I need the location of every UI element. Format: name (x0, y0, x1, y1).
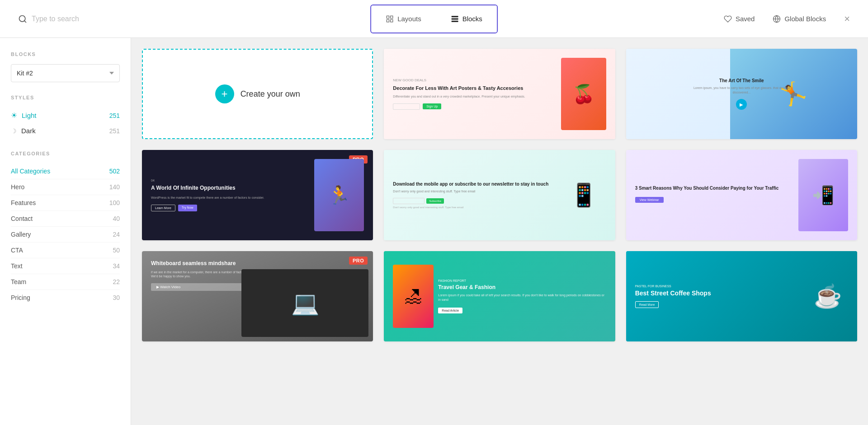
category-text-count: 34 (113, 262, 120, 270)
styles-section: STYLES ☀ Light 251 ☽ Dark 251 (11, 95, 120, 138)
category-team-label: Team (11, 278, 26, 285)
category-gallery[interactable]: Gallery 24 (11, 227, 120, 243)
tab-blocks-label: Blocks (462, 15, 482, 23)
blocks-icon (451, 15, 459, 23)
header-right: Saved Global Blocks × (724, 14, 850, 24)
style-light[interactable]: ☀ Light 251 (11, 107, 120, 123)
category-cta[interactable]: CTA 50 (11, 243, 120, 258)
category-pricing[interactable]: Pricing 30 (11, 290, 120, 305)
main-content: BLOCKS Kit #2 STYLES ☀ Light 251 ☽ Dark … (0, 38, 868, 425)
block-card-mobile-app[interactable]: Download the mobile app or subscribe to … (384, 150, 615, 240)
category-contact-label: Contact (11, 215, 33, 222)
svg-rect-8 (451, 20, 458, 22)
style-light-label: Light (22, 112, 37, 119)
globe-icon (773, 15, 781, 23)
block-card-cherry[interactable]: NEW GOOD DEALS Decorate For Less With Ar… (384, 49, 615, 139)
global-blocks-button[interactable]: Global Blocks (773, 15, 826, 23)
category-all-label: All Categories (11, 168, 50, 175)
category-hero-label: Hero (11, 183, 24, 191)
sidebar: BLOCKS Kit #2 STYLES ☀ Light 251 ☽ Dark … (0, 38, 131, 425)
tab-layouts[interactable]: Layouts (371, 5, 436, 33)
categories-title: CATEGORIES (11, 151, 120, 156)
sun-icon: ☀ (11, 111, 17, 120)
header: Type to search Layouts Blocks Saved (0, 0, 868, 38)
svg-line-1 (24, 20, 26, 22)
create-label: Create your own (241, 89, 300, 99)
search-icon (18, 14, 27, 23)
category-team-count: 22 (113, 278, 120, 285)
style-dark-label: Dark (21, 127, 36, 135)
layouts-icon (386, 15, 394, 23)
category-hero[interactable]: Hero 140 (11, 179, 120, 195)
category-cta-label: CTA (11, 247, 23, 254)
pro-badge-2: PRO (349, 257, 368, 265)
svg-rect-4 (387, 19, 389, 22)
category-all[interactable]: All Categories 502 (11, 163, 120, 179)
block-card-travel[interactable]: 🏖 FASHION REPORT Travel Gear & Fashion L… (384, 251, 615, 341)
search-placeholder: Type to search (32, 15, 79, 23)
block-card-whiteboard[interactable]: PRO Whiteboard seamless mindshare if we … (142, 251, 373, 341)
tab-layouts-label: Layouts (397, 15, 421, 23)
block-card-crowdrise[interactable]: PRO 04 A World Of Infinite Opportunities… (142, 150, 373, 240)
category-contact[interactable]: Contact 40 (11, 211, 120, 227)
svg-rect-2 (387, 16, 389, 18)
tab-blocks[interactable]: Blocks (436, 5, 497, 33)
blocks-grid: + Create your own NEW GOOD DEALS Decorat… (142, 49, 857, 341)
moon-icon: ☽ (11, 127, 17, 135)
svg-rect-6 (451, 16, 458, 17)
tab-group: Layouts Blocks (370, 5, 498, 33)
category-contact-count: 40 (113, 215, 120, 222)
category-all-count: 502 (109, 168, 120, 175)
category-gallery-count: 24 (113, 231, 120, 238)
kit-select[interactable]: Kit #2 (11, 64, 120, 82)
styles-section-title: STYLES (11, 95, 120, 100)
create-own-card[interactable]: + Create your own (142, 49, 373, 139)
category-gallery-label: Gallery (11, 231, 31, 238)
category-text-label: Text (11, 262, 23, 270)
block-card-coffee[interactable]: PASTEL FOR BUSINESS Best Street Coffee S… (626, 251, 857, 341)
svg-rect-3 (391, 16, 393, 18)
heart-icon (724, 15, 732, 23)
category-features-count: 100 (109, 199, 120, 206)
style-dark-count: 251 (109, 127, 120, 135)
svg-rect-7 (451, 18, 458, 19)
category-features[interactable]: Features 100 (11, 195, 120, 211)
block-card-dental[interactable]: The Art Of The Smile Lorem ipsum, you ha… (626, 49, 857, 139)
create-plus-icon: + (215, 84, 234, 103)
search-bar[interactable]: Type to search (18, 14, 79, 23)
style-light-count: 251 (109, 112, 120, 119)
saved-button[interactable]: Saved (724, 15, 755, 23)
svg-rect-5 (391, 19, 393, 22)
saved-label: Saved (736, 15, 755, 23)
category-cta-count: 50 (113, 247, 120, 254)
block-card-smart-reasons[interactable]: 3 Smart Reasons Why You Should Consider … (626, 150, 857, 240)
style-dark[interactable]: ☽ Dark 251 (11, 123, 120, 138)
categories-section: CATEGORIES All Categories 502 Hero 140 F… (11, 151, 120, 305)
global-blocks-label: Global Blocks (784, 15, 826, 23)
category-pricing-label: Pricing (11, 294, 30, 301)
blocks-section-title: BLOCKS (11, 51, 120, 57)
blocks-content: + Create your own NEW GOOD DEALS Decorat… (131, 38, 868, 425)
category-text[interactable]: Text 34 (11, 258, 120, 274)
category-pricing-count: 30 (113, 294, 120, 301)
category-hero-count: 140 (109, 183, 120, 191)
category-team[interactable]: Team 22 (11, 274, 120, 290)
close-button[interactable]: × (844, 14, 850, 24)
category-features-label: Features (11, 199, 36, 206)
